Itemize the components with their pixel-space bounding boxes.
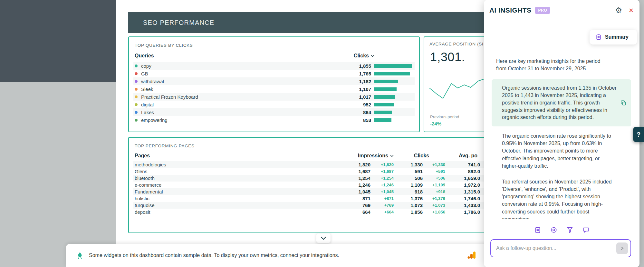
ai-insights-panel: AI INSIGHTS PRO ⚙ ✕ Summary Here are key… [484, 0, 639, 267]
impressions-value: 664 [341, 209, 370, 215]
clicks-bar [371, 103, 413, 106]
clicks-bar [371, 111, 413, 114]
series-dot [135, 88, 138, 91]
query-clicks-value: 1,855 [339, 63, 371, 69]
ai-tools-row [484, 226, 639, 233]
ai-highlight-text: Organic sessions increased from 1,135 in… [502, 84, 617, 121]
impressions-value: 1,045 [341, 189, 370, 194]
page-name: holistic [135, 196, 341, 201]
help-button-label: ? [637, 131, 640, 138]
page-row: e-commerce1,246+1,2461,109+1,1091,972.0 [133, 182, 497, 188]
query-clicks-value: 952 [339, 102, 371, 107]
query-name: GB [141, 71, 339, 76]
copy-icon[interactable] [620, 100, 627, 106]
query-row: copy1,855 [133, 62, 415, 70]
avg-position-value: 741.0 [445, 162, 480, 167]
page-name: methodologies [135, 162, 341, 167]
donut-chart-icon[interactable] [550, 226, 557, 233]
avg-position-value: 1,786.0 [445, 209, 480, 215]
query-clicks-value: 1,765 [339, 71, 371, 76]
avg-position-value: 1,659.0 [445, 175, 480, 181]
query-clicks-value: 1,017 [339, 94, 371, 100]
clicks-delta: +1,330 [423, 162, 445, 167]
clicks-value: 591 [394, 169, 423, 174]
page-row: turquoise769+7691,073+1,0731,433.0 [133, 202, 497, 209]
chevron-down-icon [371, 55, 374, 57]
page-row: Glens1,687+1,687591+591892.0 [133, 168, 497, 175]
page-name: e-commerce [135, 182, 341, 188]
chat-icon[interactable] [582, 226, 590, 233]
column-header-impressions[interactable]: Impressions [341, 153, 394, 159]
clicks-value: 1,376 [394, 196, 423, 201]
notes-icon[interactable] [534, 226, 541, 233]
ai-insights-scroll-area[interactable]: Here are key marketing insights for the … [484, 54, 639, 219]
card-label: TOP QUERIES BY CLICKS [135, 43, 415, 48]
page-name: Glens [135, 169, 341, 174]
query-name: digital [141, 102, 339, 107]
ai-panel-header: AI INSIGHTS PRO ⚙ ✕ [484, 0, 639, 14]
column-header-clicks-label: Clicks [354, 53, 369, 59]
page-row: holistic871+8711,376+1,3761,746.0 [133, 195, 497, 202]
page-name: deposit [135, 209, 341, 215]
page-row: bluetooth1,254+1,254506+5061,659.0 [133, 175, 497, 182]
sample-data-notice-bar: Some widgets on this dashboard contain s… [66, 244, 503, 267]
pages-rows: methodologies1,820+1,8201,330+1,330741.0… [133, 161, 497, 215]
impressions-delta: +664 [370, 210, 394, 214]
page-row: Fundamental1,045+1,045918+9181,315.0 [133, 188, 497, 195]
pages-table-header: Pages Impressions Clicks Avg. po [135, 153, 496, 159]
tab-summary-label: Summary [605, 34, 629, 40]
clicks-delta: +1,073 [423, 203, 445, 208]
dashboard: SEO PERFORMANCE TOP QUERIES BY CLICKS Qu… [116, 0, 503, 267]
impressions-delta: +871 [370, 196, 394, 201]
background-panel [0, 0, 116, 82]
impressions-value: 1,254 [341, 175, 370, 181]
ai-insight-paragraph: The organic conversion rate rose signifi… [502, 132, 617, 170]
clicks-delta: +591 [423, 169, 445, 174]
column-header-clicks[interactable]: Clicks [394, 153, 445, 159]
series-dot [135, 72, 138, 75]
send-button[interactable] [616, 242, 628, 254]
clicks-value: 1,073 [394, 203, 423, 208]
impressions-value: 1,687 [341, 169, 370, 174]
query-row: withdrawal1,182 [133, 77, 415, 85]
clicks-value: 918 [394, 189, 423, 194]
followup-question-input[interactable] [493, 245, 616, 251]
avg-position-value: 892.0 [445, 169, 480, 174]
card-label: TOP PERFORMING PAGES [135, 143, 497, 148]
query-name: withdrawal [141, 79, 339, 84]
impressions-delta: +1,246 [370, 183, 394, 187]
chevron-right-icon [620, 246, 624, 251]
impressions-value: 1,820 [341, 162, 370, 167]
page-name: Fundamental [135, 189, 341, 194]
impressions-value: 871 [341, 196, 370, 201]
clicks-bar [371, 80, 413, 83]
series-dot [135, 111, 138, 114]
impressions-delta: +769 [370, 203, 394, 208]
avg-position-value: 1,746.0 [445, 196, 480, 201]
column-header-clicks[interactable]: Clicks [334, 53, 374, 59]
page-name: bluetooth [135, 175, 341, 181]
page-title: SEO PERFORMANCE [143, 19, 214, 26]
analytics-logo-icon [467, 251, 476, 259]
query-name: copy [141, 63, 339, 69]
screen: SEO PERFORMANCE TOP QUERIES BY CLICKS Qu… [0, 0, 644, 267]
query-name: Practical Frozen Keyboard [141, 94, 339, 100]
close-icon[interactable]: ✕ [629, 7, 634, 14]
help-button[interactable]: ? [633, 127, 644, 142]
ai-panel-title: AI INSIGHTS [489, 6, 531, 14]
query-name: Sleek [141, 86, 339, 92]
expand-dashboard-button[interactable] [316, 233, 331, 243]
clicks-delta: +506 [423, 176, 445, 181]
clicks-delta: +1,856 [423, 210, 445, 214]
funnel-icon[interactable] [566, 226, 573, 233]
clicks-bar [371, 87, 413, 91]
series-dot [135, 95, 138, 98]
clicks-delta: +1,376 [423, 196, 445, 201]
tab-summary[interactable]: Summary [590, 30, 637, 44]
gear-icon[interactable]: ⚙ [615, 6, 622, 14]
page-row: deposit664+6641,856+1,8561,786.0 [133, 209, 497, 215]
chevron-down-icon [390, 155, 394, 157]
impressions-value: 769 [341, 203, 370, 208]
query-clicks-value: 853 [339, 117, 371, 123]
ai-insight-highlight: Organic sessions increased from 1,135 in… [492, 79, 631, 126]
